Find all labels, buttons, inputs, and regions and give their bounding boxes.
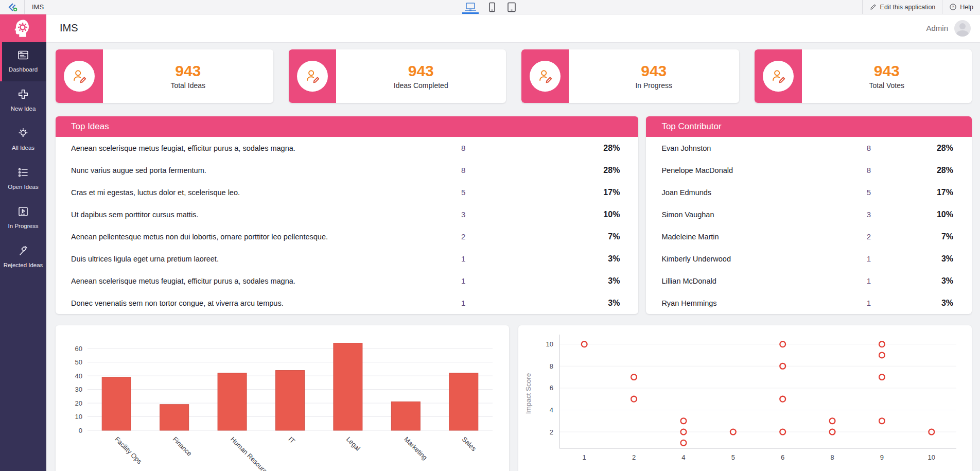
row-value: 2 — [419, 232, 465, 241]
row-percent: 10% — [465, 210, 620, 219]
row-percent: 3% — [465, 254, 620, 264]
svg-text:Impact Score: Impact Score — [524, 373, 532, 414]
row-percent: 17% — [871, 188, 953, 197]
top-contributor-table: Top Contributor Evan Johnston828%Penelop… — [646, 116, 972, 314]
svg-text:50: 50 — [75, 358, 82, 366]
row-name: Evan Johnston — [661, 144, 840, 152]
dashboard-icon — [17, 49, 29, 63]
help-label: Help — [960, 4, 973, 11]
row-percent: 17% — [465, 188, 620, 197]
svg-text:IT: IT — [287, 435, 296, 445]
help-button[interactable]: ? Help — [942, 0, 980, 14]
pencil-icon — [869, 3, 877, 11]
row-percent: 7% — [465, 232, 620, 241]
sidebar-item-all-ideas[interactable]: All Ideas — [0, 120, 46, 160]
top-contributor-rows: Evan Johnston828%Penelope MacDonald828%J… — [646, 137, 972, 314]
row-name: Cras et mi egestas, luctus dolor et, sce… — [71, 188, 419, 197]
svg-text:2: 2 — [550, 428, 553, 436]
sidebar-item-label: In Progress — [3, 223, 43, 230]
row-value: 5 — [419, 188, 465, 197]
table-row: Aenean pellentesque metus non dui lobort… — [56, 225, 638, 248]
table-row: Ut dapibus sem porttitor cursus mattis.3… — [56, 203, 638, 225]
table-row: Simon Vaughan310% — [646, 203, 972, 225]
sidebar-item-dashboard[interactable]: Dashboard — [0, 42, 46, 81]
row-percent: 3% — [871, 254, 953, 264]
edit-application-button[interactable]: Edit this application — [862, 0, 942, 14]
list-icon — [17, 166, 29, 181]
row-name: Ut dapibus sem porttitor cursus mattis. — [71, 211, 419, 219]
stat-card-total-ideas: 943 Total Ideas — [56, 49, 273, 103]
user-edit-icon — [530, 61, 561, 92]
table-row: Cras et mi egestas, luctus dolor et, sce… — [56, 181, 638, 203]
svg-text:4: 4 — [681, 453, 685, 461]
svg-text:5: 5 — [731, 453, 735, 461]
svg-text:6: 6 — [781, 453, 784, 461]
top-ideas-rows: Aenean scelerisque metus feugiat, effici… — [56, 137, 638, 314]
table-row: Joan Edmunds517% — [646, 181, 972, 203]
row-percent: 28% — [465, 144, 620, 153]
back-to-designer-icon[interactable] — [0, 0, 25, 14]
svg-text:20: 20 — [75, 399, 82, 407]
bar-chart-svg: 0102030405060Facility OpsFinanceHuman Re… — [58, 327, 507, 471]
edit-application-label: Edit this application — [880, 4, 936, 11]
sidebar-item-label: Rejected Ideas — [3, 262, 43, 269]
sidebar-item-new-idea[interactable]: New Idea — [0, 81, 46, 120]
sidebar-item-open-ideas[interactable]: Open Ideas — [0, 160, 46, 199]
svg-text:8: 8 — [550, 362, 553, 370]
row-name: Nunc varius augue sed porta fermentum. — [71, 166, 419, 175]
user-name: Admin — [926, 24, 948, 32]
svg-text:Legal: Legal — [345, 435, 362, 452]
stat-cards-row: 943 Total Ideas 943 Ideas Completed 943 … — [56, 49, 972, 103]
device-preview-toggle — [464, 0, 516, 14]
row-percent: 28% — [871, 144, 953, 153]
row-percent: 3% — [871, 276, 953, 286]
row-name: Lillian McDonald — [661, 277, 840, 285]
svg-text:0: 0 — [79, 427, 82, 434]
table-row: Aenean scelerisque metus feugiat, effici… — [56, 270, 638, 292]
row-value: 1 — [419, 254, 465, 263]
stat-card-total-votes: 943 Total Votes — [755, 49, 972, 103]
row-name: Aenean scelerisque metus feugiat, effici… — [71, 144, 419, 152]
row-value: 1 — [840, 254, 871, 263]
table-row: Donec venenatis sem non tortor congue, a… — [56, 292, 638, 314]
row-value: 8 — [840, 166, 871, 175]
main-content: 943 Total Ideas 943 Ideas Completed 943 … — [46, 42, 980, 471]
help-icon: ? — [949, 3, 957, 11]
avatar[interactable] — [954, 20, 971, 37]
table-row: Lillian McDonald13% — [646, 270, 972, 292]
svg-text:?: ? — [952, 5, 954, 9]
row-value: 2 — [840, 232, 871, 241]
row-value: 1 — [419, 299, 465, 307]
stat-label: Total Votes — [869, 81, 905, 90]
top-ideas-table: Top Ideas Aenean scelerisque metus feugi… — [56, 116, 638, 314]
sidebar-item-label: Open Ideas — [3, 184, 43, 190]
row-name: Joan Edmunds — [661, 188, 840, 197]
sidebar-item-in-progress[interactable]: In Progress — [0, 199, 46, 238]
phone-icon[interactable] — [488, 0, 496, 14]
row-value: 8 — [840, 144, 871, 152]
svg-text:1: 1 — [583, 453, 586, 461]
svg-text:30: 30 — [75, 386, 82, 393]
svg-text:6: 6 — [550, 384, 553, 392]
row-name: Aenean scelerisque metus feugiat, effici… — [71, 277, 419, 285]
app-logo[interactable] — [0, 14, 46, 42]
stat-label: Ideas Completed — [394, 81, 448, 90]
play-box-icon — [17, 205, 29, 220]
sidebar-item-label: All Ideas — [3, 145, 43, 151]
ideas-by-department-bar-chart: 0102030405060Facility OpsFinanceHuman Re… — [56, 325, 509, 471]
stat-value: 943 — [874, 63, 900, 79]
user-edit-icon — [297, 61, 328, 92]
sidebar-item-rejected-ideas[interactable]: Rejected Ideas — [0, 238, 46, 277]
row-percent: 10% — [871, 210, 953, 219]
row-name: Duis ultrices ligula eget urna pretium l… — [71, 255, 419, 263]
table-row: Penelope MacDonald828% — [646, 159, 972, 181]
table-row: Evan Johnston828% — [646, 137, 972, 159]
row-name: Ryan Hemmings — [661, 299, 840, 307]
svg-text:60: 60 — [75, 345, 82, 353]
row-percent: 3% — [465, 276, 620, 286]
plus-icon — [17, 88, 29, 102]
tablet-icon[interactable] — [507, 0, 516, 14]
svg-text:2: 2 — [632, 453, 636, 461]
laptop-icon[interactable] — [464, 0, 477, 14]
row-value: 1 — [840, 276, 871, 285]
